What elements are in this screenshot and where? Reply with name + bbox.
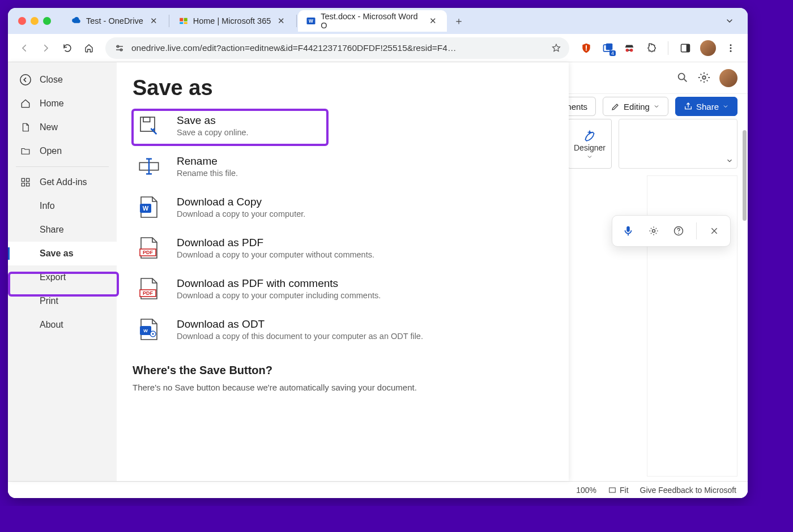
svg-rect-15	[628, 49, 630, 50]
browser-menu-icon[interactable]	[724, 41, 737, 55]
forward-button[interactable]	[36, 38, 56, 58]
microphone-icon[interactable]	[620, 223, 636, 239]
bookmark-icon[interactable]	[551, 43, 561, 53]
tab-m365[interactable]: Home | Microsoft 365 ✕	[170, 10, 296, 32]
tab-title: Home | Microsoft 365	[193, 16, 271, 25]
svg-rect-17	[687, 44, 690, 52]
svg-rect-12	[606, 43, 613, 50]
option-title: Download as PDF with comments	[177, 277, 381, 290]
file-nav-label: Home	[40, 98, 64, 109]
editing-label: Editing	[624, 102, 650, 111]
help-title: Where's the Save Button?	[133, 364, 553, 377]
reload-button[interactable]	[58, 38, 77, 58]
svg-rect-24	[627, 226, 630, 232]
pdf-icon: PDF	[137, 236, 161, 260]
svg-point-25	[652, 230, 655, 233]
ublock-icon[interactable]	[579, 41, 593, 55]
close-tab-icon[interactable]: ✕	[427, 15, 439, 27]
svg-point-21	[679, 73, 685, 79]
toolbar-separator	[668, 41, 668, 55]
close-window-button[interactable]	[18, 17, 26, 25]
back-arrow-icon	[19, 74, 32, 86]
option-rename[interactable]: Rename Rename this file.	[133, 149, 553, 184]
file-nav-open[interactable]: Open	[8, 139, 117, 163]
minimize-window-button[interactable]	[31, 17, 39, 25]
close-tab-icon[interactable]: ✕	[275, 15, 287, 27]
option-download-copy[interactable]: W Download a Copy Download a copy to you…	[133, 190, 553, 225]
svg-rect-30	[27, 178, 29, 181]
close-tab-icon[interactable]: ✕	[148, 15, 160, 27]
separator	[696, 222, 697, 239]
new-tab-button[interactable]: ＋	[450, 12, 467, 29]
zoom-level[interactable]: 100%	[576, 486, 596, 495]
sidepanel-icon[interactable]	[679, 41, 692, 55]
option-save-as[interactable]: Save as Save a copy online.	[133, 108, 553, 143]
svg-text:W: W	[143, 328, 148, 333]
search-icon[interactable]	[676, 71, 690, 85]
svg-text:PDF: PDF	[143, 290, 154, 296]
editing-mode-button[interactable]: Editing	[603, 97, 668, 116]
option-download-odt[interactable]: W Download as ODT Download a copy of thi…	[133, 312, 553, 347]
user-avatar[interactable]	[719, 69, 737, 87]
site-settings-icon[interactable]	[113, 42, 126, 54]
address-bar[interactable]: onedrive.live.com/edit?action=editnew&id…	[105, 37, 569, 59]
extensions-icon[interactable]	[644, 41, 658, 55]
save-as-icon	[137, 114, 161, 138]
svg-rect-48	[609, 487, 616, 492]
designer-button[interactable]: Designer	[568, 119, 612, 169]
close-dictation-icon[interactable]	[706, 223, 722, 239]
option-download-pdf-comments[interactable]: PDF Download as PDF with comments Downlo…	[133, 271, 553, 306]
feedback-link[interactable]: Give Feedback to Microsoft	[640, 486, 736, 495]
svg-rect-1	[184, 18, 187, 22]
file-nav-label: Print	[40, 296, 58, 306]
svg-text:W: W	[309, 19, 313, 24]
ribbon-expand-card[interactable]	[619, 119, 737, 169]
addins-icon	[19, 176, 32, 188]
svg-rect-32	[27, 183, 29, 186]
rename-icon	[137, 155, 161, 178]
svg-point-18	[730, 44, 732, 46]
pdf-comments-icon: PDF	[137, 277, 161, 301]
back-button[interactable]	[15, 38, 34, 58]
fit-button[interactable]: Fit	[608, 486, 629, 495]
share-button[interactable]: Share	[675, 97, 737, 116]
file-nav-label: New	[40, 122, 58, 132]
option-title: Download as ODT	[177, 318, 423, 331]
file-nav-share[interactable]: Share	[8, 218, 117, 242]
dictation-help-icon[interactable]	[671, 223, 687, 239]
svg-rect-0	[180, 18, 183, 22]
file-nav-close[interactable]: Close	[8, 68, 117, 92]
tab-onedrive[interactable]: Test - OneDrive ✕	[63, 10, 168, 32]
file-nav-label: Share	[40, 225, 64, 235]
share-label: Share	[696, 102, 719, 111]
dictation-settings-icon[interactable]	[646, 223, 662, 239]
file-nav-new[interactable]: New	[8, 115, 117, 139]
file-nav-saveas[interactable]: Save as	[8, 242, 117, 265]
svg-line-22	[684, 79, 687, 81]
file-nav-home[interactable]: Home	[8, 92, 117, 115]
tab-overflow-button[interactable]	[722, 13, 737, 29]
tab-word-active[interactable]: W Test.docx - Microsoft Word O ✕	[298, 10, 447, 32]
designer-label: Designer	[574, 143, 606, 152]
file-nav-info[interactable]: Info	[8, 194, 117, 218]
option-download-pdf[interactable]: PDF Download as PDF Download a copy to y…	[133, 230, 553, 265]
file-nav-about[interactable]: About	[8, 313, 117, 337]
profile-avatar[interactable]	[700, 40, 716, 56]
home-button[interactable]	[79, 38, 99, 58]
folder-open-icon	[19, 145, 32, 157]
svg-rect-31	[22, 183, 24, 186]
incognito-icon[interactable]	[623, 41, 636, 55]
page-content: omments Editing Share Designer	[8, 62, 748, 498]
svg-rect-29	[22, 178, 24, 181]
svg-text:PDF: PDF	[143, 250, 154, 255]
scrollbar[interactable]	[743, 130, 747, 221]
file-nav-addins[interactable]: Get Add-ins	[8, 170, 117, 194]
file-nav-print[interactable]: Print	[8, 289, 117, 313]
tabgroup-icon[interactable]: 4	[601, 41, 615, 55]
settings-icon[interactable]	[698, 71, 711, 85]
file-nav-export[interactable]: Export	[8, 265, 117, 289]
tab-title: Test - OneDrive	[86, 16, 143, 25]
option-subtitle: Download a copy to your computer.	[177, 209, 305, 218]
maximize-window-button[interactable]	[43, 17, 51, 25]
file-nav: Close Home New	[8, 62, 117, 481]
